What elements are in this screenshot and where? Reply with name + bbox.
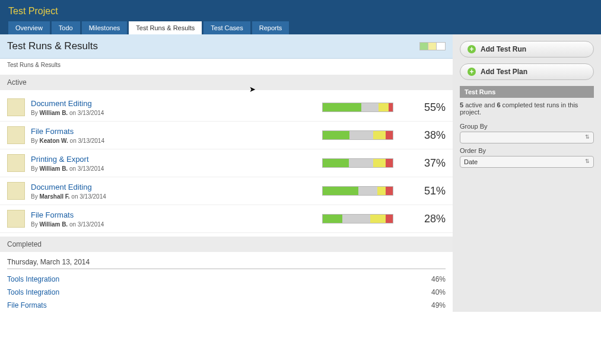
completed-date-header: Thursday, March 13, 2014 [7, 258, 446, 269]
tab-bar: Overview Todo Milestones Test Runs & Res… [8, 21, 593, 34]
run-row: Document EditingBy Marshall F. on 3/13/2… [0, 177, 453, 205]
group-by-select[interactable]: ⇅ [460, 132, 594, 143]
sidebar-summary-text: 5 active and 6 completed test runs in th… [460, 101, 594, 116]
completed-row: Tools Integration46% [0, 273, 453, 286]
completed-run-link[interactable]: Tools Integration [7, 288, 59, 296]
chevron-updown-icon: ⇅ [585, 158, 590, 164]
add-test-run-button[interactable]: + Add Test Run [460, 41, 594, 58]
view-split-icon[interactable] [428, 43, 437, 50]
order-by-label: Order By [460, 147, 594, 154]
run-progress-bar [322, 103, 393, 112]
add-test-run-label: Add Test Run [481, 45, 526, 53]
completed-run-link[interactable]: Tools Integration [7, 275, 59, 283]
run-percent: 37% [404, 157, 446, 170]
page-title: Test Runs & Results [7, 40, 98, 52]
run-title-link[interactable]: File Formats [31, 127, 256, 136]
view-list-icon[interactable] [420, 43, 428, 50]
run-checkbox[interactable] [7, 210, 25, 228]
run-meta: By William B. on 3/13/2014 [31, 221, 256, 228]
completed-run-percent: 46% [431, 275, 446, 283]
tab-overview[interactable]: Overview [8, 21, 50, 34]
completed-row: Tools Integration40% [0, 286, 453, 299]
run-row: Document EditingBy William B. on 3/13/20… [0, 94, 453, 122]
run-checkbox[interactable] [7, 154, 25, 172]
add-test-plan-button[interactable]: + Add Test Plan [460, 63, 594, 80]
add-test-plan-label: Add Test Plan [481, 68, 527, 76]
run-checkbox[interactable] [7, 182, 25, 200]
run-meta: By Marshall F. on 3/13/2014 [31, 193, 256, 200]
run-percent: 51% [404, 185, 446, 197]
run-title-link[interactable]: Document Editing [31, 99, 256, 108]
section-completed-header: Completed [0, 237, 453, 252]
run-percent: 38% [404, 129, 446, 142]
run-meta: By William B. on 3/13/2014 [31, 110, 256, 116]
view-detail-icon[interactable] [437, 43, 445, 50]
run-title-link[interactable]: File Formats [31, 210, 256, 219]
completed-run-percent: 49% [431, 301, 446, 309]
tab-todo[interactable]: Todo [52, 21, 80, 34]
sidebar-section-header: Test Runs [460, 86, 594, 98]
run-row: File FormatsBy William B. on 3/13/201428… [0, 205, 453, 233]
run-progress-bar [322, 214, 393, 223]
run-progress-bar [322, 158, 393, 168]
run-checkbox[interactable] [7, 126, 25, 144]
project-title[interactable]: Test Project [8, 4, 593, 21]
run-row: File FormatsBy Keaton W. on 3/13/201438% [0, 122, 453, 149]
run-progress-bar [322, 130, 393, 140]
order-by-select[interactable]: Date⇅ [460, 156, 594, 168]
completed-row: File Formats49% [0, 299, 453, 312]
tab-reports[interactable]: Reports [252, 21, 290, 34]
completed-run-percent: 40% [431, 288, 446, 296]
plus-icon: + [468, 68, 476, 76]
view-mode-switcher [419, 42, 446, 50]
tab-test-cases[interactable]: Test Cases [203, 21, 250, 34]
run-row: Printing & ExportBy William B. on 3/13/2… [0, 149, 453, 177]
run-percent: 55% [404, 101, 446, 114]
run-title-link[interactable]: Printing & Export [31, 155, 256, 164]
run-percent: 28% [404, 213, 446, 225]
run-meta: By William B. on 3/13/2014 [31, 165, 256, 172]
chevron-updown-icon: ⇅ [585, 134, 590, 140]
tab-test-runs-results[interactable]: Test Runs & Results [129, 21, 202, 34]
plus-icon: + [468, 45, 476, 53]
group-by-label: Group By [460, 123, 594, 130]
tab-milestones[interactable]: Milestones [82, 21, 128, 34]
run-checkbox[interactable] [7, 98, 25, 116]
run-title-link[interactable]: Document Editing [31, 183, 256, 191]
completed-run-link[interactable]: File Formats [7, 301, 47, 309]
breadcrumb: Test Runs & Results [0, 59, 453, 71]
run-progress-bar [322, 186, 393, 196]
section-active-header: Active [0, 75, 453, 90]
run-meta: By Keaton W. on 3/13/2014 [31, 138, 256, 144]
